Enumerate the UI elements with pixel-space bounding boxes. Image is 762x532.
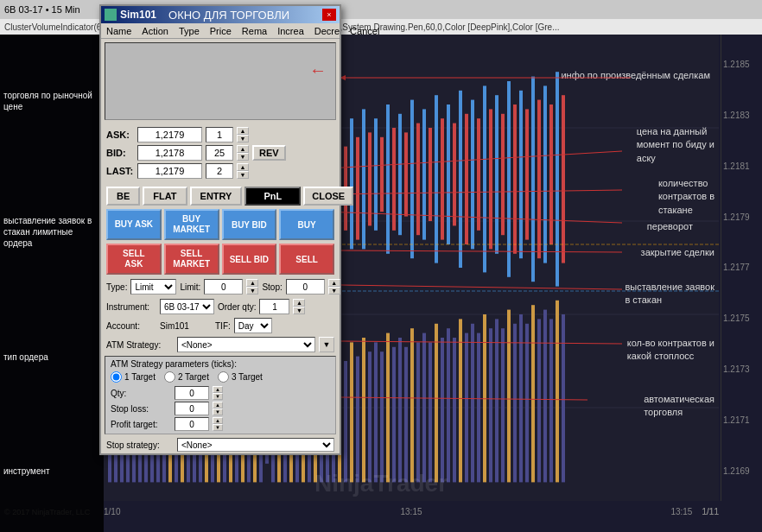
ask-spin-up[interactable]: ▲ (237, 127, 249, 135)
svg-rect-78 (549, 104, 553, 244)
dialog-close-button[interactable]: × (322, 9, 336, 21)
qty-spinner: ▲ ▼ (213, 386, 223, 400)
svg-rect-148 (501, 328, 505, 482)
sell-buttons-row: SELL ASK SELL MARKET SELL BID SELL (101, 242, 340, 276)
last-row: LAST: ▲ ▼ (106, 163, 334, 179)
svg-rect-150 (513, 324, 517, 483)
svg-rect-123 (350, 342, 353, 482)
entry-button[interactable]: ENTRY (190, 187, 243, 206)
target3-radio[interactable]: 3 Target (218, 371, 263, 383)
stop-label: Stop: (262, 282, 282, 292)
svg-rect-126 (368, 352, 371, 482)
sell-bid-button[interactable]: SELL BID (222, 244, 277, 275)
profit-spin-up[interactable]: ▲ (213, 417, 223, 424)
stoploss-spin-up[interactable]: ▲ (213, 402, 223, 408)
target2-radio[interactable]: 2 Target (164, 371, 209, 383)
svg-rect-131 (398, 338, 402, 482)
type-select[interactable]: Limit Market Stop (130, 279, 176, 294)
instrument-row: Instrument: 6B 03-17 Order qty: ▲ ▼ (101, 297, 340, 316)
stop-strategy-select[interactable]: <None> (177, 438, 334, 452)
svg-rect-50 (380, 137, 384, 212)
qty-spin-up[interactable]: ▲ (213, 386, 223, 393)
close-button[interactable]: CLOSE (303, 187, 353, 206)
limit-spin-up[interactable]: ▲ (246, 279, 258, 287)
orderqty-spin-up[interactable]: ▲ (293, 299, 305, 307)
atm-strategy-select[interactable]: <None> (177, 337, 315, 352)
orderqty-spin-down[interactable]: ▼ (293, 307, 305, 314)
svg-rect-58 (429, 128, 432, 221)
atm-strategy-row: ATM Strategy: <None> ▼ (101, 335, 340, 354)
ask-price-input[interactable] (137, 127, 202, 142)
menu-action[interactable]: Action (140, 26, 170, 36)
buy-button[interactable]: BUY (279, 209, 334, 240)
svg-rect-77 (543, 86, 547, 263)
svg-rect-79 (556, 72, 559, 286)
qty-field-label: Qty: (111, 389, 171, 398)
menu-price[interactable]: Price (208, 26, 233, 36)
svg-rect-54 (404, 132, 408, 216)
ask-row: ASK: ▲ ▼ (106, 127, 334, 142)
order-type-row: Type: Limit Market Stop Limit: ▲ ▼ Stop:… (101, 276, 340, 297)
chart-dates: 1/10 13:15 1/11 (104, 507, 719, 516)
trade-info-area: ← (105, 42, 336, 120)
limit-input[interactable] (204, 279, 243, 294)
last-price-input[interactable] (137, 163, 202, 179)
order-qty-input[interactable] (259, 299, 289, 314)
last-spin-up[interactable]: ▲ (237, 163, 249, 171)
stoploss-spin-down[interactable]: ▼ (213, 408, 223, 415)
dialog-title-text: ОКНО ДЛЯ ТОРГОВЛИ (168, 9, 289, 22)
bid-spin-down[interactable]: ▼ (237, 153, 249, 161)
sell-button[interactable]: SELL (279, 244, 334, 275)
limit-spin-down[interactable]: ▼ (246, 287, 258, 294)
target1-radio[interactable]: 1 Target (111, 371, 156, 383)
stop-spin-down[interactable]: ▼ (328, 287, 340, 294)
qty-spin-down[interactable]: ▼ (213, 393, 223, 400)
svg-rect-128 (380, 352, 384, 482)
atm-dropdown-button[interactable]: ▼ (319, 337, 334, 352)
menu-name[interactable]: Name (105, 26, 133, 36)
sell-ask-button[interactable]: SELL ASK (106, 244, 162, 275)
pnl-button[interactable]: PnL (244, 187, 301, 206)
svg-rect-124 (356, 357, 359, 483)
svg-rect-49 (374, 118, 378, 231)
qty-field-input[interactable] (175, 386, 209, 400)
last-qty-input[interactable] (206, 163, 233, 179)
ask-spin-down[interactable]: ▼ (237, 135, 249, 142)
menu-decrease[interactable]: Decre (313, 26, 341, 36)
svg-rect-154 (537, 319, 541, 482)
bid-qty-input[interactable] (206, 145, 233, 161)
buy-buttons-row: BUY ASK BUY MARKET BUY BID BUY (101, 207, 340, 242)
menu-increase[interactable]: Increa (276, 26, 306, 36)
menu-type[interactable]: Type (177, 26, 201, 36)
menu-rema[interactable]: Rema (240, 26, 269, 36)
profit-spin-down[interactable]: ▼ (213, 424, 223, 431)
svg-rect-57 (422, 109, 426, 239)
buy-ask-button[interactable]: BUY ASK (106, 209, 162, 240)
stop-spin-up[interactable]: ▲ (328, 279, 340, 287)
chart-symbol: 6B 03-17 • 15 Min (4, 4, 80, 15)
stop-input[interactable] (286, 279, 325, 294)
last-spin-down[interactable]: ▼ (237, 171, 249, 179)
menu-cancel[interactable]: Cancel (348, 26, 381, 36)
tif-select[interactable]: Day GTC IOC (234, 318, 272, 333)
stop-loss-input[interactable] (175, 402, 209, 415)
profit-target-input[interactable] (175, 417, 209, 431)
svg-rect-59 (435, 95, 438, 263)
svg-rect-53 (398, 114, 402, 235)
sell-market-button[interactable]: SELL MARKET (164, 244, 219, 275)
be-button[interactable]: BE (106, 187, 140, 206)
instrument-select[interactable]: 6B 03-17 (160, 299, 214, 314)
svg-rect-63 (459, 91, 462, 268)
bid-spin-up[interactable]: ▲ (237, 145, 249, 153)
svg-rect-62 (453, 124, 456, 226)
order-qty-label: Order qty: (218, 302, 256, 312)
buy-market-button[interactable]: BUY MARKET (164, 209, 219, 240)
svg-rect-48 (368, 132, 371, 225)
rev-button[interactable]: REV (252, 145, 286, 161)
ask-qty-input[interactable] (206, 127, 233, 142)
flat-button[interactable]: FLAT (143, 187, 187, 206)
buy-bid-button[interactable]: BUY BID (222, 209, 277, 240)
bid-price-input[interactable] (137, 145, 202, 161)
svg-rect-135 (422, 333, 426, 483)
limit-orders-label: выставление заявок в стакан лимитные орд… (3, 213, 100, 250)
